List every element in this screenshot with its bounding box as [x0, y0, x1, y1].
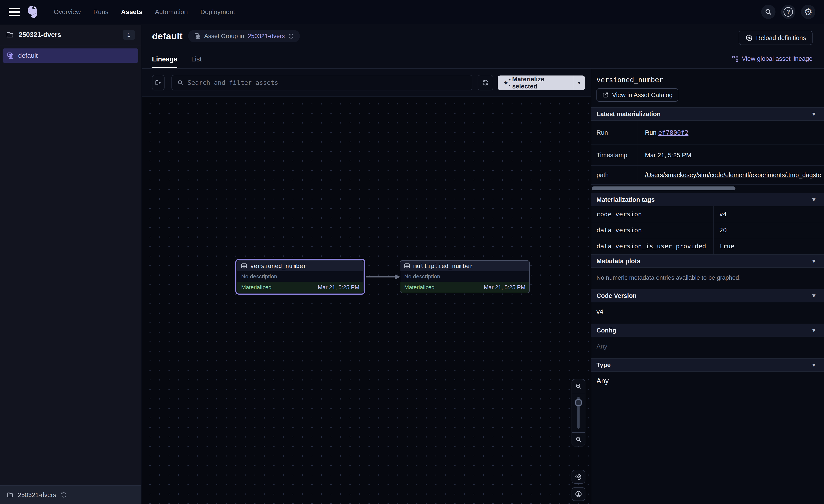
table-icon [241, 263, 247, 269]
sidebar-group-label: 250321-dvers [19, 31, 61, 39]
nav-automation[interactable]: Automation [155, 8, 188, 16]
view-global-asset-lineage-link[interactable]: View global asset lineage [732, 55, 813, 69]
timestamp-value: Mar 21, 5:25 PM [638, 152, 824, 159]
lineage-toolbar: ✦ Materialize selected ▾ [142, 69, 591, 97]
graph-settings-button[interactable] [572, 470, 586, 484]
refresh-icon[interactable] [288, 33, 294, 39]
section-latest-materialization[interactable]: Latest materialization ▼ [591, 107, 824, 121]
content-area: ✦ Materialize selected ▾ [142, 69, 824, 504]
folder-icon [6, 31, 14, 39]
horizontal-scrollbar[interactable] [592, 186, 735, 191]
section-type[interactable]: Type ▼ [591, 358, 824, 372]
section-heading: Type [597, 361, 611, 369]
asset-group-header: default Asset Group in 250321-dvers [142, 25, 824, 69]
section-code-version[interactable]: Code Version ▼ [591, 289, 824, 302]
materialized-status-badge: Materialized [404, 284, 434, 291]
type-value: Any [591, 372, 824, 393]
run-id-link[interactable]: ef7800f2 [658, 129, 689, 136]
view-global-asset-lineage-label: View global asset lineage [742, 55, 813, 62]
zoom-slider-thumb[interactable] [575, 399, 582, 406]
path-link[interactable]: /Users/smackesey/stm/code/elementl/exper… [645, 171, 821, 178]
folder-icon [6, 491, 13, 498]
settings-button[interactable]: ⚙ [801, 5, 815, 19]
zoom-out-button[interactable] [572, 432, 585, 446]
tag-key: data_version [591, 222, 714, 238]
section-heading: Config [597, 327, 616, 334]
view-in-asset-catalog-button[interactable]: View in Asset Catalog [597, 88, 678, 102]
search-button[interactable] [761, 5, 776, 19]
zoom-controls [572, 379, 586, 447]
nav-runs[interactable]: Runs [93, 8, 108, 16]
menu-icon[interactable] [9, 6, 20, 18]
chevron-down-icon: ▼ [811, 327, 817, 334]
materialize-selected-button[interactable]: ✦ Materialize selected ▾ [498, 76, 585, 90]
nav-deployment[interactable]: Deployment [200, 8, 235, 16]
config-value: Any [591, 337, 824, 358]
sidebar-group-row[interactable]: 250321-dvers 1 [0, 25, 141, 45]
zoom-in-button[interactable] [572, 379, 585, 393]
materialization-timestamp: Mar 21, 5:25 PM [484, 284, 525, 291]
dagster-logo[interactable] [25, 4, 40, 19]
help-icon: ? [784, 7, 793, 17]
section-materialization-tags[interactable]: Materialization tags ▼ [591, 193, 824, 206]
code-location-name: 250321-dvers [18, 491, 56, 499]
materialize-selected-label: Materialize selected [512, 76, 568, 90]
lineage-graph-canvas[interactable]: versioned_number No description Material… [142, 97, 591, 504]
chevron-down-icon: ▼ [811, 258, 817, 265]
refresh-graph-button[interactable] [478, 75, 493, 91]
section-metadata-plots[interactable]: Metadata plots ▼ [591, 254, 824, 268]
chevron-down-icon: ▼ [811, 197, 817, 203]
materialize-dropdown-caret[interactable]: ▾ [573, 76, 585, 90]
panel-asset-title: versioned_number [597, 76, 819, 84]
section-config[interactable]: Config ▼ [591, 324, 824, 337]
search-icon [764, 8, 772, 16]
materialize-sparkle-icon: ✦ [503, 80, 509, 86]
section-heading: Code Version [597, 292, 636, 299]
sidebar-item-label: default [18, 52, 38, 59]
lineage-graph-icon [732, 55, 739, 62]
zoom-slider[interactable] [572, 393, 585, 432]
badge-prefix: Asset Group in [204, 33, 244, 39]
asset-group-icon [6, 52, 14, 59]
asset-node-description: No description [400, 271, 529, 282]
reload-definitions-label: Reload definitions [756, 34, 806, 41]
code-location-footer[interactable]: 250321-dvers [0, 485, 141, 504]
zoom-in-icon [575, 383, 582, 390]
reload-cube-icon [745, 34, 752, 41]
row-label: Timestamp [591, 145, 638, 165]
tag-row-data-version: data_version 20 [591, 222, 824, 238]
tab-lineage[interactable]: Lineage [152, 55, 177, 69]
gear-icon [575, 473, 582, 480]
nav-overview[interactable]: Overview [54, 8, 81, 16]
tag-value: v4 [714, 211, 727, 218]
nav-assets[interactable]: Assets [121, 8, 142, 16]
page-title: default [152, 31, 183, 41]
sidebar-item-default[interactable]: default [3, 48, 138, 63]
tag-value: true [714, 243, 734, 250]
tab-list[interactable]: List [191, 55, 202, 69]
asset-node-description: No description [237, 271, 363, 282]
reload-definitions-button[interactable]: Reload definitions [739, 31, 813, 45]
metadata-plots-empty-message: No numeric metadata entries available to… [591, 268, 824, 289]
badge-location-link[interactable]: 250321-dvers [248, 33, 285, 39]
asset-node-name: versioned_number [250, 263, 307, 269]
row-path: path /Users/smackesey/stm/code/elementl/… [591, 166, 824, 185]
tag-key: data_version_is_user_provided [591, 238, 714, 254]
collapse-panel-button[interactable] [152, 75, 165, 91]
refresh-icon [482, 79, 489, 86]
table-icon [404, 263, 410, 269]
topbar-actions: ? ⚙ [761, 5, 815, 19]
download-graph-button[interactable] [572, 487, 586, 501]
help-button[interactable]: ? [781, 5, 796, 19]
search-icon [177, 80, 184, 86]
asset-groups-sidebar: 250321-dvers 1 default 250321-dvers [0, 25, 141, 504]
asset-node-versioned-number[interactable]: versioned_number No description Material… [235, 259, 365, 295]
search-assets-input[interactable] [188, 79, 467, 86]
view-in-asset-catalog-label: View in Asset Catalog [612, 92, 673, 99]
row-label: path [591, 166, 638, 184]
chevron-down-icon: ▼ [811, 111, 817, 117]
tag-value: 20 [714, 227, 727, 234]
asset-group-badge[interactable]: Asset Group in 250321-dvers [188, 30, 300, 42]
asset-node-multiplied-number[interactable]: multiplied_number No description Materia… [400, 260, 530, 293]
section-heading: Latest materialization [597, 111, 661, 118]
